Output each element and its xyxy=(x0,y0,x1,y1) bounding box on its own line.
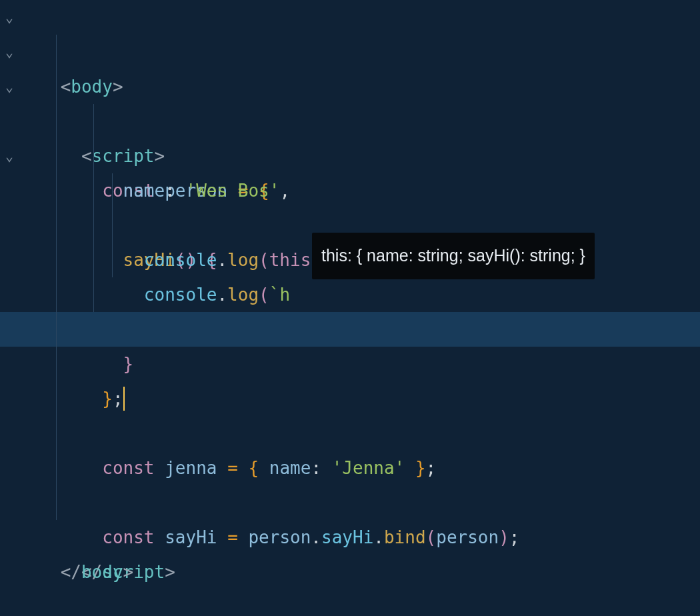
code-line[interactable]: const jenna = { name: 'Jenna' }; xyxy=(0,381,700,416)
fold-gutter-icon[interactable]: ⌄ xyxy=(0,139,19,173)
fold-gutter-icon[interactable]: ⌄ xyxy=(0,0,19,35)
code-line[interactable]: const sayHi = person.sayHi.bind(person); xyxy=(0,451,700,485)
code-line[interactable]: ⌄ sayHi() { xyxy=(0,139,700,173)
code-line[interactable]: </script> xyxy=(0,485,700,520)
code-editor[interactable]: ⌄ <body> ⌄ <script> ⌄ const person = { n… xyxy=(0,0,700,555)
type-hover-tooltip: this: { name: string; sayHi(): string; } xyxy=(312,233,595,279)
fold-gutter-icon[interactable]: ⌄ xyxy=(0,35,19,69)
code-line[interactable]: } xyxy=(0,277,700,312)
code-line[interactable] xyxy=(0,347,700,381)
code-line[interactable]: console.log(this); xyxy=(0,173,700,208)
tag-close-bracket: > xyxy=(165,562,175,582)
code-line[interactable]: </body> xyxy=(0,520,700,555)
code-line[interactable]: ⌄ <body> xyxy=(0,0,700,35)
code-line[interactable]: ⌄ const person = { xyxy=(0,69,700,104)
code-line-active[interactable]: }; xyxy=(0,312,700,347)
tag-close-bracket: > xyxy=(123,562,134,582)
tag-open-bracket: </ xyxy=(61,562,81,582)
code-line[interactable]: name: 'Wes Bos', xyxy=(0,104,700,139)
tag-name: body xyxy=(81,562,123,582)
fold-gutter-icon[interactable]: ⌄ xyxy=(0,69,19,104)
code-line[interactable] xyxy=(0,416,700,451)
code-line[interactable]: ⌄ <script> xyxy=(0,35,700,69)
